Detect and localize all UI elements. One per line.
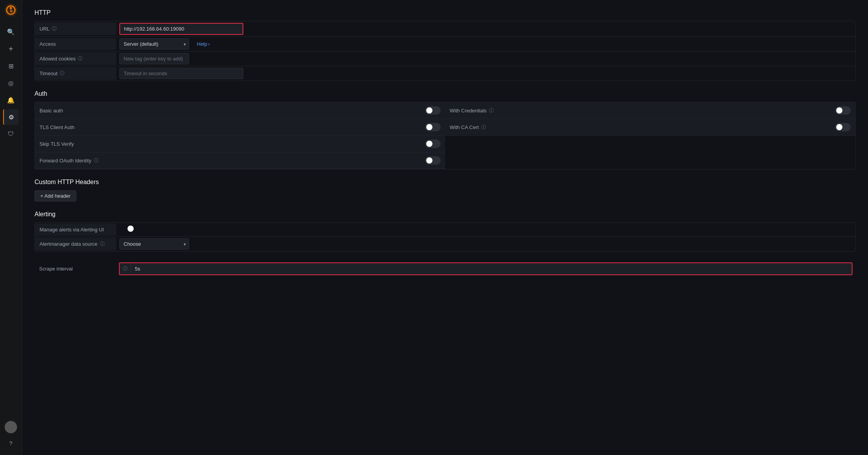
url-row: URL ⓘ xyxy=(35,21,855,37)
with-ca-cert-row: With CA Cert ⓘ xyxy=(445,119,856,136)
allowed-cookies-field: New tag (enter key to add) xyxy=(116,52,855,66)
add-header-button[interactable]: + Add header xyxy=(34,190,76,202)
with-credentials-info-icon[interactable]: ⓘ xyxy=(489,107,494,114)
basic-auth-row: Basic auth xyxy=(35,102,445,119)
alertmanager-select-wrapper: Choose xyxy=(119,238,189,250)
forward-oauth-label: Forward OAuth Identity ⓘ xyxy=(40,157,421,164)
scrape-interval-label: Scrape interval xyxy=(34,263,116,275)
access-select-wrapper: Server (default) Browser xyxy=(119,38,189,50)
with-credentials-toggle[interactable] xyxy=(835,106,851,115)
skip-tls-toggle[interactable] xyxy=(425,140,441,148)
with-credentials-label: With Credentials ⓘ xyxy=(450,107,832,114)
url-label: URL ⓘ xyxy=(35,22,116,35)
with-ca-cert-slider xyxy=(835,123,851,131)
timeout-row: Timeout ⓘ xyxy=(35,66,855,81)
alertmanager-select[interactable]: Choose xyxy=(119,238,189,250)
custom-headers-title: Custom HTTP Headers xyxy=(34,179,856,186)
access-field: Server (default) Browser Help › xyxy=(116,37,855,51)
alertmanager-field: Choose xyxy=(116,237,855,251)
avatar[interactable] xyxy=(5,421,17,433)
add-header-label: + Add header xyxy=(40,193,71,199)
help-arrow-icon: › xyxy=(208,41,210,47)
manage-alerts-row: Manage alerts via Alerting UI xyxy=(35,223,855,237)
empty-auth-row xyxy=(445,136,856,152)
allowed-cookies-input[interactable]: New tag (enter key to add) xyxy=(119,53,189,64)
allowed-cookies-label: Allowed cookies ⓘ xyxy=(35,52,116,65)
with-credentials-slider xyxy=(835,106,851,115)
access-select[interactable]: Server (default) Browser xyxy=(119,38,189,50)
timeout-input[interactable] xyxy=(119,68,243,79)
forward-oauth-toggle[interactable] xyxy=(425,156,441,165)
timeout-info-icon[interactable]: ⓘ xyxy=(60,70,64,77)
timeout-field xyxy=(116,66,855,81)
svg-point-2 xyxy=(10,7,12,9)
alertmanager-label: Alertmanager data source ⓘ xyxy=(35,238,116,250)
skip-tls-slider xyxy=(425,140,441,148)
scrape-interval-input[interactable] xyxy=(131,264,170,274)
tls-client-auth-label: TLS Client Auth xyxy=(40,124,421,130)
grafana-logo[interactable] xyxy=(4,3,18,17)
with-ca-cert-label: With CA Cert ⓘ xyxy=(450,124,832,131)
sidebar-item-dashboards[interactable]: ⊞ xyxy=(3,58,19,74)
help-icon[interactable]: ? xyxy=(3,436,19,451)
sidebar-item-configuration[interactable]: ⚙ xyxy=(3,109,19,125)
skip-tls-row: Skip TLS Verify xyxy=(35,136,445,152)
timeout-label: Timeout ⓘ xyxy=(35,67,116,80)
sidebar-item-shield[interactable]: 🛡 xyxy=(3,126,19,142)
access-label: Access xyxy=(35,38,116,50)
url-info-icon[interactable]: ⓘ xyxy=(52,26,57,32)
scrape-info-icon[interactable]: ⓘ xyxy=(120,263,131,274)
manage-alerts-field xyxy=(116,225,855,234)
basic-auth-toggle[interactable] xyxy=(425,106,441,115)
url-input-wrapper xyxy=(119,23,243,35)
basic-auth-label: Basic auth xyxy=(40,108,421,114)
sidebar: 🔍 + ⊞ ◎ 🔔 ⚙ 🛡 ? xyxy=(0,0,22,455)
skip-tls-label: Skip TLS Verify xyxy=(40,141,421,147)
sidebar-item-alerting[interactable]: 🔔 xyxy=(3,92,19,108)
http-section-container: URL ⓘ Access Server (default) xyxy=(34,21,856,81)
alerting-section-title: Alerting xyxy=(34,211,856,218)
auth-section-title: Auth xyxy=(34,90,856,97)
access-row: Access Server (default) Browser Help › xyxy=(35,37,855,52)
tls-client-auth-row: TLS Client Auth xyxy=(35,119,445,136)
help-link[interactable]: Help › xyxy=(197,41,210,47)
forward-oauth-row: Forward OAuth Identity ⓘ xyxy=(35,152,445,169)
url-field xyxy=(116,21,855,36)
tls-client-auth-slider xyxy=(425,123,441,131)
alertmanager-info-icon[interactable]: ⓘ xyxy=(100,241,105,247)
with-ca-cert-info-icon[interactable]: ⓘ xyxy=(481,124,486,131)
sidebar-item-search[interactable]: 🔍 xyxy=(3,24,19,40)
sidebar-item-create[interactable]: + xyxy=(3,41,19,57)
allowed-cookies-row: Allowed cookies ⓘ New tag (enter key to … xyxy=(35,52,855,66)
forward-oauth-slider xyxy=(425,156,441,165)
basic-auth-slider xyxy=(425,106,441,115)
tls-client-auth-toggle[interactable] xyxy=(425,123,441,131)
scrape-interval-field: ⓘ xyxy=(116,261,856,277)
allowed-cookies-info-icon[interactable]: ⓘ xyxy=(78,55,83,62)
scrape-interval-row: Scrape interval ⓘ xyxy=(34,261,856,277)
auth-grid: Basic auth With Credentials ⓘ TLS Clie xyxy=(34,102,856,169)
url-input[interactable] xyxy=(120,24,243,34)
sidebar-item-explore[interactable]: ◎ xyxy=(3,75,19,91)
main-content: HTTP URL ⓘ Access xyxy=(22,0,868,455)
forward-oauth-info-icon[interactable]: ⓘ xyxy=(94,157,98,164)
http-section-title: HTTP xyxy=(34,9,856,16)
empty-auth-row-2 xyxy=(445,152,856,169)
with-credentials-row: With Credentials ⓘ xyxy=(445,102,856,119)
alertmanager-row: Alertmanager data source ⓘ Choose xyxy=(35,237,855,251)
with-ca-cert-toggle[interactable] xyxy=(835,123,851,131)
manage-alerts-label: Manage alerts via Alerting UI xyxy=(35,224,116,236)
alerting-section-container: Manage alerts via Alerting UI Alertmanag… xyxy=(34,222,856,252)
scrape-input-wrapper: ⓘ xyxy=(119,262,852,275)
